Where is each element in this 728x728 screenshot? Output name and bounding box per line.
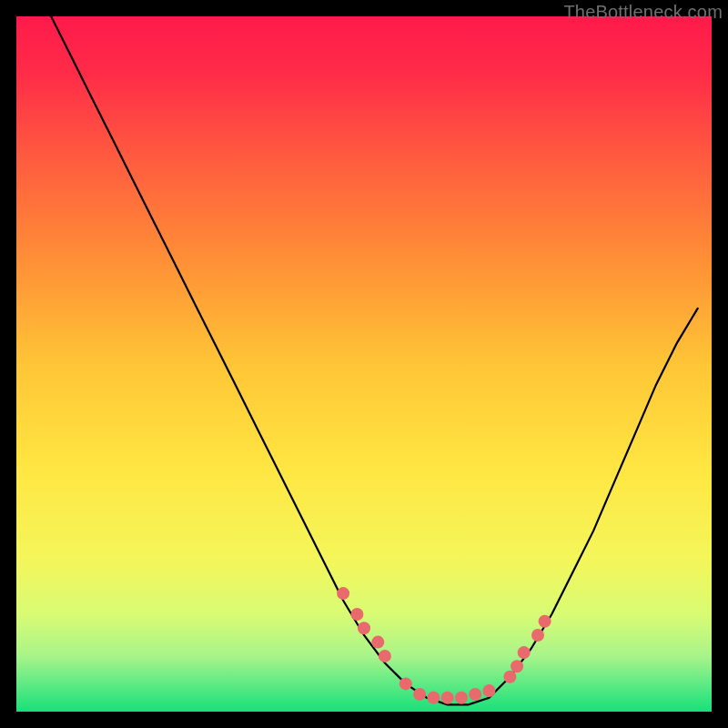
curve-marker	[413, 688, 426, 701]
curve-marker	[337, 587, 349, 600]
curve-marker	[539, 615, 551, 628]
curve-marker	[399, 677, 412, 690]
curve-marker	[469, 688, 481, 701]
curve-marker	[531, 629, 544, 642]
curve-marker	[483, 684, 496, 697]
curve-marker	[358, 622, 370, 634]
bottleneck-chart	[16, 16, 712, 712]
curve-marker	[511, 660, 523, 672]
chart-frame	[16, 16, 712, 712]
curve-marker	[379, 650, 391, 662]
curve-marker	[503, 671, 516, 683]
curve-marker	[518, 646, 531, 659]
attribution-text: TheBottleneck.com	[563, 2, 723, 23]
curve-marker	[455, 692, 468, 704]
curve-marker	[427, 692, 440, 704]
gradient-background	[16, 16, 712, 712]
curve-marker	[371, 636, 384, 649]
curve-marker	[350, 608, 363, 621]
curve-marker	[441, 692, 454, 704]
